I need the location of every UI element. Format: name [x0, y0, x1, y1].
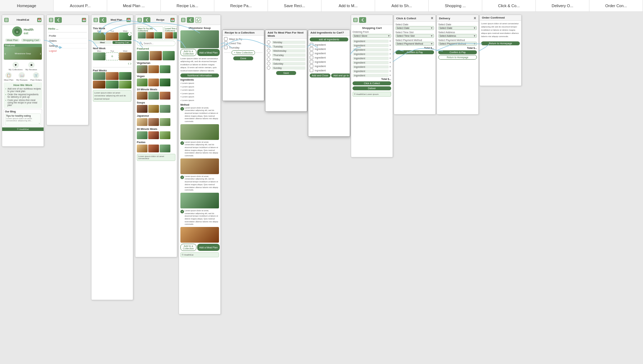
next-arrow[interactable]: › — [40, 51, 41, 55]
calendar-icon-account[interactable]: 📅 — [82, 18, 86, 22]
delivery-address-dropdown[interactable]: Select Address ▼ — [438, 34, 477, 38]
cart-ing-delete-2[interactable]: × — [389, 44, 391, 47]
ing-checkbox-4[interactable] — [310, 56, 313, 59]
ing-checkbox-5[interactable] — [310, 60, 313, 64]
add-collection-btn-2[interactable]: Add to a Collection — [180, 244, 196, 251]
menu-icon-mealplan[interactable] — [94, 18, 98, 22]
ing-check-7[interactable]: ingredient — [310, 69, 348, 72]
10min-img-3[interactable] — [160, 92, 170, 100]
calendar-icon-mealplan[interactable]: 📅 — [126, 18, 131, 22]
30min-img-3[interactable] — [160, 131, 170, 139]
nav-cart[interactable]: Shopping Cart — [21, 39, 41, 42]
shopping-cart-label[interactable]: Shopping Cart — [113, 41, 131, 44]
addmealplan-save-btn[interactable]: Save — [276, 71, 296, 75]
reviews-link[interactable]: ★ My Reviews — [25, 62, 37, 71]
10min-img-2[interactable] — [148, 92, 159, 100]
nav-tab-addtoshopping[interactable]: Add to Sh... — [375, 0, 429, 11]
day-thursday[interactable]: Thursday — [267, 53, 305, 57]
menu-icon-recipepage[interactable] — [181, 18, 185, 22]
past-meal-6[interactable] — [119, 81, 131, 89]
pastorders-link[interactable]: 🛒 Past Orders — [30, 72, 42, 81]
nutritional-btn[interactable]: Nutritional Information — [180, 74, 219, 77]
clickcollect-date-dropdown[interactable]: Select Date ▼ — [395, 26, 434, 30]
cart-ing-delete-8[interactable]: × — [389, 69, 391, 73]
vegan-img-1[interactable] — [137, 79, 148, 86]
ing-checkbox-6[interactable] — [310, 64, 313, 68]
nav-tab-orderconfirm[interactable]: Order Con... — [589, 0, 643, 11]
menu-icon-shoppingcart[interactable] — [353, 18, 358, 22]
search-bar[interactable]: 🔍 — [137, 41, 175, 46]
back-button-recipelist[interactable] — [143, 17, 150, 23]
option-lovedthis[interactable]: Loved This — [224, 41, 263, 45]
ing-check-3[interactable]: ingredient — [310, 51, 348, 55]
meal-img-1[interactable] — [93, 32, 105, 40]
nav-tab-saverecipe[interactable]: Save Reci... — [268, 0, 322, 11]
soups-img-2[interactable] — [148, 105, 159, 113]
calendar-icon-recipelist[interactable]: 📅 — [170, 18, 175, 22]
past-meal-1[interactable] — [93, 72, 105, 80]
ing-check-5[interactable]: ingredient — [310, 60, 348, 64]
featured-recipe-3[interactable] — [163, 51, 175, 60]
blog-readmore[interactable]: › — [6, 122, 40, 124]
past-meal-4[interactable] — [93, 81, 105, 89]
radio-saturday[interactable] — [267, 62, 270, 65]
add-mealplan-btn-2[interactable]: Add a Meal Plan — [197, 244, 220, 251]
lovedthis-box[interactable]: Loved This (My Collection) — [164, 26, 177, 40]
cart-ing-delete-6[interactable]: × — [389, 61, 391, 64]
vegan-img-3[interactable] — [160, 79, 170, 86]
cart-ing-delete-3[interactable]: × — [389, 48, 391, 51]
10min-img-1[interactable] — [137, 92, 148, 100]
back-button-recipepage[interactable] — [187, 17, 194, 23]
soups-img-1[interactable] — [137, 105, 148, 113]
select-store-dropdown[interactable]: Select Store ▼ — [353, 34, 391, 38]
next-week-btn[interactable]: › — [130, 61, 131, 66]
done-btn[interactable]: Done — [233, 56, 254, 60]
nav-tab-clickcollect[interactable]: Click & Co... — [482, 0, 536, 11]
clickcollect-confirm-btn[interactable]: Confirm & Pay — [395, 50, 434, 54]
deliver-btn[interactable]: Deliver — [353, 86, 391, 90]
delete-meal-btn[interactable]: × — [128, 32, 131, 36]
ing-checkbox-1[interactable] — [310, 43, 313, 46]
nav-tab-shoppingcart[interactable]: Shopping ... — [429, 0, 482, 11]
back-button-mealplan[interactable] — [99, 17, 106, 23]
add-mealplan-btn[interactable]: Add a Meal Plan — [197, 49, 220, 56]
checkbox-waystotry[interactable] — [224, 37, 228, 41]
cart-ing-delete-9[interactable]: × — [389, 74, 391, 77]
day-sunday[interactable]: Sunday — [267, 66, 305, 70]
blog-card[interactable]: Tips for healthy eating Lorem ipsum dolo… — [5, 113, 41, 125]
clickcollect-btn[interactable]: Click & Collect — [353, 81, 391, 85]
radio-thursday[interactable] — [267, 53, 270, 57]
delivery-payment-dropdown[interactable]: Select Payment Method ▼ — [438, 42, 477, 46]
checkbox-thursday[interactable] — [224, 46, 228, 49]
add-all-ingredients-btn[interactable]: add all ingredients — [310, 37, 348, 41]
clickcollect-payment-dropdown[interactable]: Select Payment Method ▼ — [395, 42, 434, 46]
ing-checkbox-3[interactable] — [310, 51, 313, 55]
30min-img-1[interactable] — [137, 131, 148, 139]
delivery-confirm-btn[interactable]: Confirm & Pay — [438, 50, 477, 54]
pasta-img-2[interactable] — [148, 145, 159, 152]
radio-wednesday[interactable] — [267, 49, 270, 52]
nav-tab-recipepage[interactable]: Recipe Pa... — [214, 0, 268, 11]
copy-icon-recipepage[interactable] — [195, 17, 201, 23]
veg-img-3[interactable] — [160, 65, 170, 73]
search-input[interactable] — [144, 42, 175, 45]
30min-img-2[interactable] — [148, 131, 159, 139]
back-button-shoppingcart[interactable] — [359, 17, 366, 23]
back-button-account[interactable] — [55, 17, 62, 23]
add-go-cart-btn[interactable]: Add and go to Cart — [331, 74, 350, 77]
menu-icon[interactable] — [4, 18, 9, 22]
clickcollect-time-dropdown[interactable]: Select Time Slot ▼ — [395, 34, 434, 38]
radio-friday[interactable] — [267, 57, 270, 61]
past-meal-5[interactable] — [106, 81, 118, 89]
clickcollect-close[interactable]: × — [431, 16, 433, 20]
nav-tab-delivery[interactable]: Delivery O... — [536, 0, 589, 11]
ing-checkbox-7[interactable] — [310, 69, 313, 72]
jap-img-1[interactable] — [137, 118, 148, 126]
ing-check-1[interactable]: ingredient — [310, 43, 348, 46]
past-meal-2[interactable] — [106, 72, 118, 80]
radio-monday[interactable] — [267, 40, 270, 44]
option-waystotry[interactable]: Ways to Try — [224, 37, 263, 41]
delivery-close[interactable]: × — [474, 16, 476, 20]
radio-sunday[interactable] — [267, 66, 270, 70]
account-settings[interactable]: Settings — [48, 44, 87, 49]
